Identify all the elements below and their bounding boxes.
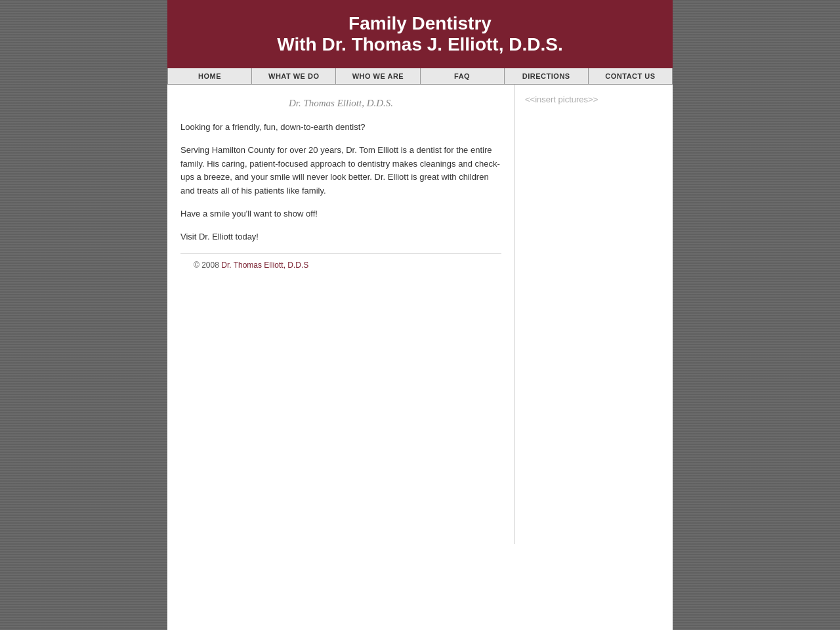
- doctor-name: Dr. Thomas Elliott, D.D.S.: [180, 98, 501, 109]
- header-title-line1: Family Dentistry: [174, 13, 666, 34]
- copyright-text: © 2008: [194, 261, 221, 270]
- nav-contact-us[interactable]: CONTACT US: [589, 68, 672, 84]
- main-content: Dr. Thomas Elliott, D.D.S. Looking for a…: [167, 85, 673, 544]
- outer-wrapper: Family Dentistry With Dr. Thomas J. Elli…: [0, 0, 840, 630]
- insert-pictures: <<insert pictures>>: [525, 94, 598, 104]
- nav-home[interactable]: HOME: [168, 68, 252, 84]
- paragraph2: Serving Hamilton County for over 20 year…: [180, 144, 501, 198]
- page-container: Family Dentistry With Dr. Thomas J. Elli…: [167, 0, 673, 630]
- nav-what-we-do[interactable]: WHAT WE DO: [252, 68, 336, 84]
- content-right: <<insert pictures>>: [515, 85, 673, 544]
- paragraph1: Looking for a friendly, fun, down-to-ear…: [180, 121, 501, 135]
- nav-faq[interactable]: FAQ: [421, 68, 505, 84]
- header-title-line2: With Dr. Thomas J. Elliott, D.D.S.: [174, 34, 666, 55]
- footer-link[interactable]: Dr. Thomas Elliott, D.D.S: [221, 261, 308, 270]
- header: Family Dentistry With Dr. Thomas J. Elli…: [167, 0, 673, 68]
- content-left: Dr. Thomas Elliott, D.D.S. Looking for a…: [167, 85, 515, 544]
- nav-bar: HOME WHAT WE DO WHO WE ARE FAQ DIRECTION…: [167, 68, 673, 85]
- nav-who-we-are[interactable]: WHO WE ARE: [336, 68, 420, 84]
- paragraph4: Visit Dr. Elliott today!: [180, 230, 501, 244]
- paragraph3: Have a smile you'll want to show off!: [180, 207, 501, 221]
- footer: © 2008 Dr. Thomas Elliott, D.D.S: [180, 253, 501, 276]
- nav-directions[interactable]: DIRECTIONS: [505, 68, 589, 84]
